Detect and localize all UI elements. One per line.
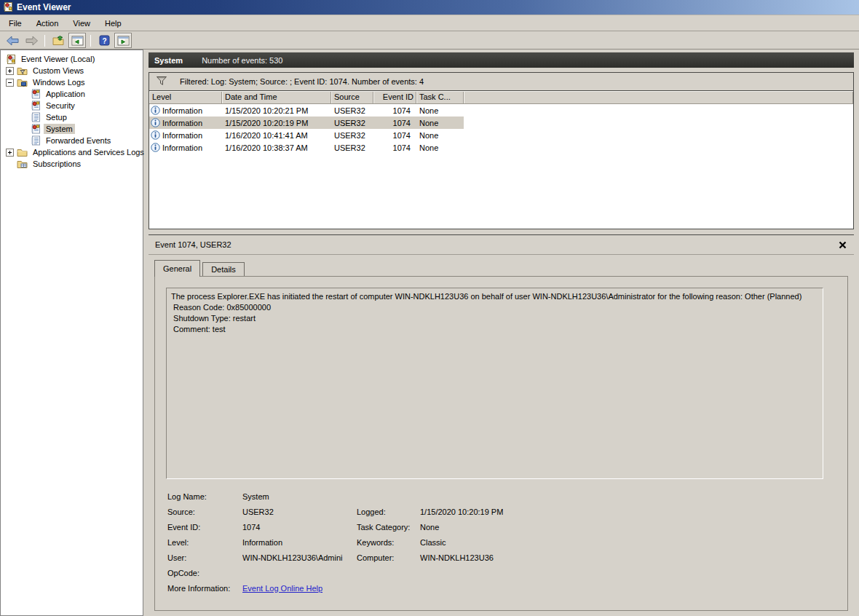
detail-label: Source:: [167, 508, 242, 516]
tree-item-custom-views[interactable]: Custom Views: [1, 65, 143, 76]
menu-file[interactable]: File: [1, 17, 29, 30]
event-level-cell: Information: [149, 143, 222, 152]
tree-item-setup[interactable]: Setup: [1, 111, 143, 123]
expand-icon[interactable]: [6, 149, 14, 157]
event-datetime-cell: 1/16/2020 10:41:41 AM: [222, 131, 331, 140]
events-table-body: Information1/15/2020 10:20:21 PMUSER3210…: [149, 104, 853, 154]
folder-up-icon: [52, 35, 65, 46]
event-source-cell: USER32: [331, 119, 373, 127]
tree-item-applications-and-services-logs[interactable]: Applications and Services Logs: [1, 146, 143, 158]
detail-row: Event ID:1074Task Category:None: [167, 519, 503, 534]
detail-value: 1/15/2020 10:20:19 PM: [420, 508, 503, 516]
filter-summary: Filtered: Log: System; Source: ; Event I…: [180, 77, 424, 86]
action-pane-icon: [117, 36, 130, 46]
event-row[interactable]: Information1/15/2020 10:20:19 PMUSER3210…: [149, 117, 464, 129]
folder-logs-icon: [17, 78, 28, 87]
general-tab-panel: The process Explorer.EXE has initiated t…: [154, 276, 848, 611]
column-header-level[interactable]: Level: [149, 91, 222, 104]
event-id-cell: 1074: [373, 119, 416, 127]
forward-button[interactable]: [23, 33, 40, 48]
event-task-category-cell: None: [416, 131, 464, 140]
event-preview-header: Event 1074, USER32: [149, 235, 854, 255]
detail-value: WIN-NDKLH123U36: [420, 553, 503, 562]
show-hide-action-pane-button[interactable]: [114, 33, 132, 48]
back-button[interactable]: [4, 33, 21, 48]
menu-action[interactable]: Action: [29, 17, 66, 30]
tree-item-subscriptions[interactable]: Subscriptions: [1, 158, 143, 170]
event-row[interactable]: Information1/15/2020 10:20:21 PMUSER3210…: [149, 104, 464, 117]
detail-label: User:: [167, 553, 242, 562]
tab-details[interactable]: Details: [202, 262, 245, 276]
tree-item-application[interactable]: Application: [1, 88, 143, 100]
filter-bar: Filtered: Log: System; Source: ; Event I…: [149, 73, 853, 91]
help-button[interactable]: ?: [95, 33, 113, 48]
event-source-cell: USER32: [331, 143, 373, 152]
window-title: Event Viewer: [17, 2, 71, 12]
info-icon: [151, 143, 160, 152]
console-tree: Event Viewer (Local)Custom ViewsWindows …: [0, 50, 143, 616]
event-datetime-cell: 1/15/2020 10:20:19 PM: [222, 119, 331, 127]
column-header-task-c-[interactable]: Task C...: [416, 91, 464, 104]
tree-item-label: Application: [44, 89, 87, 99]
arrow-right-icon: [25, 35, 39, 47]
event-datetime-cell: 1/16/2020 10:38:37 AM: [222, 143, 331, 152]
detail-value: Information: [242, 538, 357, 547]
tree-item-label: Forwarded Events: [44, 135, 113, 146]
event-level-text: Information: [162, 106, 202, 115]
detail-label: OpCode:: [167, 569, 242, 577]
detail-value: 1074: [242, 523, 357, 532]
event-row[interactable]: Information1/16/2020 10:38:37 AMUSER3210…: [149, 141, 464, 154]
close-icon[interactable]: [839, 241, 847, 249]
detail-row: Source:USER32Logged:1/15/2020 10:20:19 P…: [167, 504, 503, 519]
results-header: System Number of events: 530: [149, 52, 854, 68]
tree-item-label: Setup: [44, 112, 69, 122]
svg-text:?: ?: [102, 37, 106, 45]
toolbar-separator: [90, 35, 91, 47]
menu-view[interactable]: View: [66, 17, 98, 30]
event-level-text: Information: [162, 131, 202, 140]
event-log-online-help-link[interactable]: Event Log Online Help: [242, 584, 357, 593]
event-description: The process Explorer.EXE has initiated t…: [166, 288, 823, 479]
event-viewer-icon: [3, 1, 13, 14]
folder-subscriptions-icon: [17, 159, 28, 169]
column-header-source[interactable]: Source: [331, 91, 373, 104]
events-list-container: Filtered: Log: System; Source: ; Event I…: [149, 72, 854, 229]
column-header-date-and-time[interactable]: Date and Time: [222, 91, 331, 104]
detail-label: Computer:: [357, 553, 420, 562]
tree-item-security[interactable]: Security: [1, 100, 143, 111]
events-table-header: LevelDate and TimeSourceEvent IDTask C..…: [149, 91, 853, 104]
menu-help[interactable]: Help: [98, 17, 129, 30]
event-level-text: Information: [162, 143, 202, 152]
tree-item-event-viewer-local-[interactable]: Event Viewer (Local): [1, 53, 143, 65]
tree-item-system[interactable]: System: [1, 123, 143, 135]
event-source-cell: USER32: [331, 106, 373, 115]
menu-bar: FileActionViewHelp: [0, 16, 859, 31]
tree-item-forwarded-events[interactable]: Forwarded Events: [1, 135, 143, 146]
up-level-button[interactable]: [50, 33, 67, 48]
event-task-category-cell: None: [416, 119, 464, 127]
tree-item-windows-logs[interactable]: Windows Logs: [1, 76, 143, 88]
event-id-cell: 1074: [373, 106, 416, 115]
tab-general[interactable]: General: [154, 260, 200, 277]
event-level-cell: Information: [149, 130, 222, 140]
event-row[interactable]: Information1/16/2020 10:41:41 AMUSER3210…: [149, 129, 464, 141]
log-badge-icon: [31, 124, 41, 134]
toolbar-separator: [44, 35, 45, 47]
tree-item-label: Subscriptions: [31, 159, 83, 169]
collapse-icon[interactable]: [6, 79, 14, 87]
column-header-event-id[interactable]: Event ID: [373, 91, 416, 104]
detail-label: More Information:: [167, 584, 242, 593]
event-viewer-window: { "window": { "title": "Event Viewer", "…: [0, 0, 859, 616]
event-task-category-cell: None: [416, 143, 464, 152]
help-icon: ?: [99, 35, 110, 46]
event-details-grid: Log Name:SystemSource:USER32Logged:1/15/…: [167, 489, 503, 596]
expand-icon[interactable]: [6, 67, 14, 75]
arrow-left-icon: [6, 35, 20, 47]
detail-label: Logged:: [357, 508, 420, 516]
log-icon: [31, 135, 41, 146]
event-id-cell: 1074: [373, 143, 416, 152]
detail-value: WIN-NDKLH123U36\Admini: [242, 553, 357, 562]
results-header-count: Number of events: 530: [202, 56, 282, 65]
show-hide-console-tree-button[interactable]: [68, 33, 86, 48]
detail-value: Classic: [420, 538, 503, 547]
